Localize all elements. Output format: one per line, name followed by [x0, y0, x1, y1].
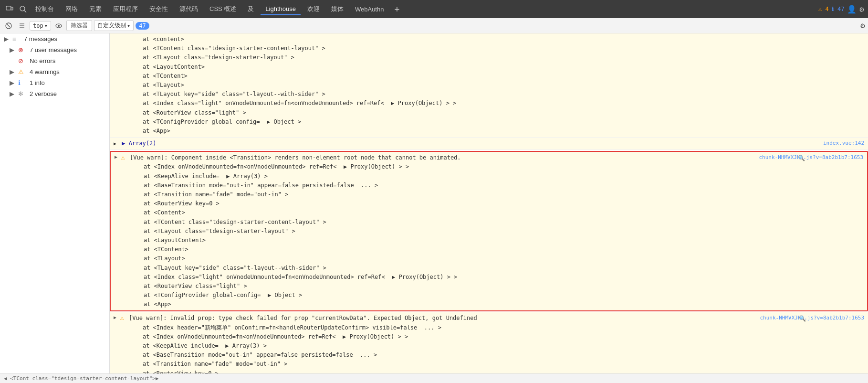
verbose-expand[interactable]: ▶ [10, 90, 17, 97]
nav-tab-network[interactable]: 网络 [61, 3, 83, 15]
svg-point-10 [58, 25, 60, 27]
console-entry-array: ▶ Array(2) index.vue:142 [110, 138, 868, 150]
warn2-text: [Vue warn]: Invalid prop: type check fai… [129, 315, 477, 321]
warn1-text: [Vue warn]: Component inside <Transition… [130, 154, 461, 161]
sidebar-info-label: 1 info [30, 79, 105, 86]
sidebar-item-warnings[interactable]: ▶ ⚠ 4 warnings [0, 66, 109, 77]
sidebar-messages-label: 7 messages [24, 35, 105, 43]
warn2-file-ref[interactable]: chunk-NHMVXJHA.js?v=8ab2b1b7:1653 [760, 314, 864, 322]
svg-line-5 [7, 24, 10, 27]
expand-all-button[interactable] [16, 20, 28, 32]
warn1-search-icon[interactable]: 🔍 [798, 154, 805, 163]
main-area: ▶ ≡ 7 messages ▶ ⊗ 7 user messages ⊘ No … [0, 33, 868, 373]
sidebar-item-verbose[interactable]: ▶ ✻ 2 verbose [0, 88, 109, 99]
nav-tab-media[interactable]: 媒体 [326, 3, 348, 15]
array-expand[interactable] [114, 140, 116, 148]
warn2-icon: ⚠ [120, 313, 124, 323]
warn1-expand-arrow[interactable]: ▶ [115, 153, 117, 161]
log-level-selector[interactable]: 自定义级别 ▾ [94, 20, 134, 31]
warn2-search-icon[interactable]: 🔍 [799, 314, 806, 323]
nav-tab-welcome[interactable]: 欢迎 [303, 3, 324, 15]
nav-tab-console[interactable]: 控制台 [31, 3, 59, 15]
user-messages-icon: ⊗ [18, 46, 28, 53]
svg-point-2 [20, 6, 25, 11]
message-count-badge: 47 [136, 22, 149, 30]
warn-badge: ⚠ 4 [818, 6, 829, 12]
nav-tab-css[interactable]: CSS 概述 [205, 3, 241, 15]
sidebar: ▶ ≡ 7 messages ▶ ⊗ 7 user messages ⊘ No … [0, 33, 110, 373]
clear-button[interactable] [3, 20, 14, 32]
top-nav-bar: 控制台 网络 元素 应用程序 安全性 源代码 CSS 概述 及 Lighthou… [0, 0, 868, 18]
warn1-file-ref[interactable]: chunk-NHMVXJHA.js?v=8ab2b1b7:1653 [759, 153, 863, 162]
toolbar-right: ⚙ [860, 21, 865, 30]
eye-icon[interactable] [53, 20, 64, 32]
info-badge: ℹ 47 [832, 6, 845, 12]
bottom-status-bar: ◀ <TCont class="tdesign-starter-content-… [0, 373, 868, 383]
sidebar-user-messages-label: 7 user messages [30, 46, 105, 53]
array-value[interactable]: ▶ Array(2) [122, 140, 156, 147]
user-messages-expand[interactable]: ▶ [10, 46, 17, 53]
frame-label: top [33, 22, 43, 29]
nav-tab-sources[interactable]: 源代码 [175, 3, 203, 15]
inspect-icon[interactable] [17, 3, 29, 15]
bottom-text: ◀ <TCont class="tdesign-starter-content-… [4, 375, 159, 382]
array-line-ref[interactable]: index.vue:142 [823, 139, 864, 148]
console-entry-top-stack: at <content> at <TContent class="tdesign… [110, 33, 868, 138]
sidebar-item-info[interactable]: ▶ ℹ 1 info [0, 77, 109, 88]
user-icon[interactable]: 👤 [847, 5, 857, 14]
info-expand[interactable]: ▶ [10, 79, 17, 86]
sidebar-item-messages[interactable]: ▶ ≡ 7 messages [0, 33, 109, 44]
settings-icon[interactable]: ⚙ [859, 5, 864, 14]
messages-expand[interactable]: ▶ [4, 35, 11, 43]
nav-right-area: ⚠ 4 ℹ 47 👤 ⚙ [818, 5, 864, 14]
nav-tab-elements[interactable]: 元素 [84, 3, 106, 15]
list-icon: ≡ [12, 35, 22, 43]
frame-chevron: ▾ [44, 22, 48, 29]
info-icon: ℹ [18, 79, 28, 86]
sidebar-verbose-label: 2 verbose [30, 90, 105, 97]
filter-input[interactable]: 筛选器 [66, 20, 92, 31]
nav-tab-webauthn[interactable]: WebAuthn [350, 4, 388, 15]
device-icon[interactable] [4, 3, 15, 15]
console-warn1-entry: ▶ ⚠ [Vue warn]: Component inside <Transi… [110, 151, 868, 311]
no-errors-icon: ⊘ [18, 57, 28, 64]
nav-tab-and[interactable]: 及 [243, 3, 259, 15]
console-toolbar: top ▾ 筛选器 自定义级别 ▾ 47 ⚙ [0, 18, 868, 33]
nav-tab-application[interactable]: 应用程序 [108, 3, 143, 15]
warnings-icon: ⚠ [18, 68, 28, 75]
sidebar-item-no-errors[interactable]: ⊘ No errors [0, 55, 109, 66]
warn1-icon: ⚠ [121, 153, 125, 163]
verbose-icon: ✻ [18, 90, 28, 97]
sidebar-warnings-label: 4 warnings [30, 68, 105, 75]
svg-rect-1 [11, 7, 13, 10]
nav-tab-security[interactable]: 安全性 [145, 3, 173, 15]
console-output: at <content> at <TContent class="tdesign… [110, 33, 868, 373]
console-settings-icon[interactable]: ⚙ [860, 21, 865, 30]
svg-line-3 [24, 11, 26, 12]
sidebar-no-errors-label: No errors [30, 57, 105, 64]
sidebar-item-user-messages[interactable]: ▶ ⊗ 7 user messages [0, 44, 109, 55]
frame-selector[interactable]: top ▾ [30, 21, 51, 31]
nav-tab-lighthouse[interactable]: Lighthouse [261, 3, 301, 15]
log-level-chevron: ▾ [127, 22, 130, 29]
add-tab-button[interactable]: + [390, 3, 403, 15]
console-warn2-entry: ▶ ⚠ [Vue warn]: Invalid prop: type check… [110, 312, 868, 373]
warn2-expand-arrow[interactable]: ▶ [114, 314, 116, 321]
warnings-expand[interactable]: ▶ [10, 68, 17, 75]
log-level-label: 自定义级别 [97, 21, 126, 30]
svg-rect-0 [6, 6, 11, 10]
